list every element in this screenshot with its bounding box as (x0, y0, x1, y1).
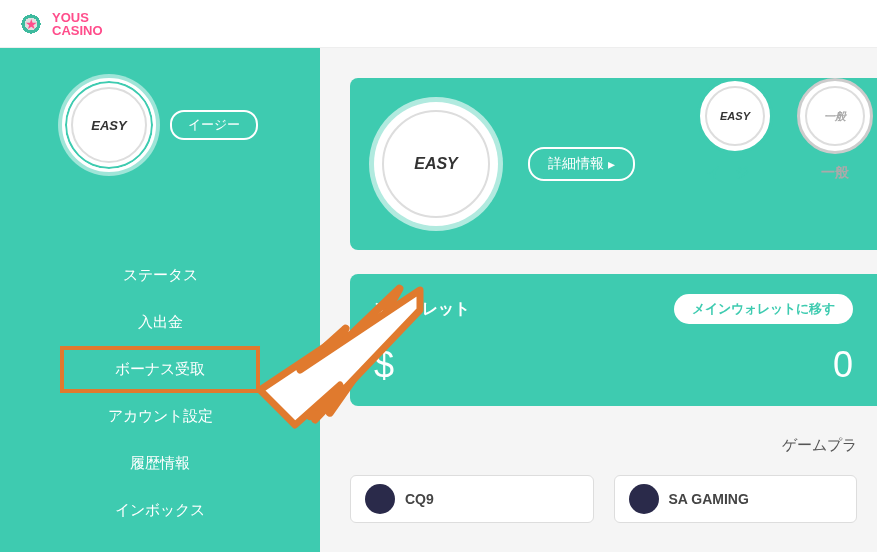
logo-icon (16, 9, 46, 39)
logo-line1: YOUS (52, 11, 103, 24)
menu-history[interactable]: 履歴情報 (0, 440, 320, 487)
menu-status[interactable]: ステータス (0, 252, 320, 299)
platform-title: ゲームプラ (350, 436, 857, 455)
chip-label: EASY (91, 118, 126, 133)
chip-option-easy[interactable]: EASY イージー (697, 78, 773, 182)
menu-deposit[interactable]: 入出金 (0, 299, 320, 346)
menu-bonus[interactable]: ボーナス受取 (60, 346, 260, 393)
chip-option-general[interactable]: 一般 一般 (797, 78, 873, 182)
platform-name: CQ9 (405, 491, 434, 507)
detail-button[interactable]: 詳細情報 ▸ (528, 147, 635, 181)
sidebar: EASY イージー ステータス 入出金 ボーナス受取 アカウント設定 履歴情報 … (0, 48, 320, 552)
transfer-button[interactable]: メインウォレットに移す (674, 294, 853, 324)
platform-cq9[interactable]: CQ9 (350, 475, 594, 523)
currency-symbol: $ (374, 344, 394, 386)
status-chip-label: EASY (414, 155, 458, 173)
logo[interactable]: YOUS CASINO (16, 9, 103, 39)
status-chip: EASY (374, 102, 498, 226)
detail-button-label: 詳細情報 (548, 155, 604, 173)
wallet-title: ンウォレット (374, 299, 470, 320)
chip-caption: イージー (707, 164, 763, 182)
chip-icon: EASY (697, 78, 773, 154)
profile-section: EASY イージー (0, 78, 320, 172)
chip-options-panel: EASY イージー 一般 一般 (697, 78, 877, 202)
platform-section: ゲームプラ CQ9 SA GAMING (350, 436, 877, 523)
header: YOUS CASINO (0, 0, 877, 48)
menu-account[interactable]: アカウント設定 (0, 393, 320, 440)
chip-label: EASY (720, 110, 750, 122)
menu-inbox[interactable]: インボックス (0, 487, 320, 534)
profile-chip: EASY (62, 78, 156, 172)
platform-name: SA GAMING (669, 491, 749, 507)
chevron-right-icon: ▸ (608, 156, 615, 172)
platform-icon (629, 484, 659, 514)
platform-sa[interactable]: SA GAMING (614, 475, 858, 523)
sidebar-menu: ステータス 入出金 ボーナス受取 アカウント設定 履歴情報 インボックス (0, 252, 320, 534)
logo-line2: CASINO (52, 24, 103, 37)
chip-label: 一般 (824, 109, 846, 124)
chip-caption: 一般 (821, 164, 849, 182)
chip-icon: 一般 (797, 78, 873, 154)
logo-text: YOUS CASINO (52, 11, 103, 37)
platform-icon (365, 484, 395, 514)
wallet-amount: 0 (833, 344, 853, 386)
profile-badge: イージー (170, 110, 258, 140)
wallet-card: ンウォレット メインウォレットに移す $ 0 (350, 274, 877, 406)
